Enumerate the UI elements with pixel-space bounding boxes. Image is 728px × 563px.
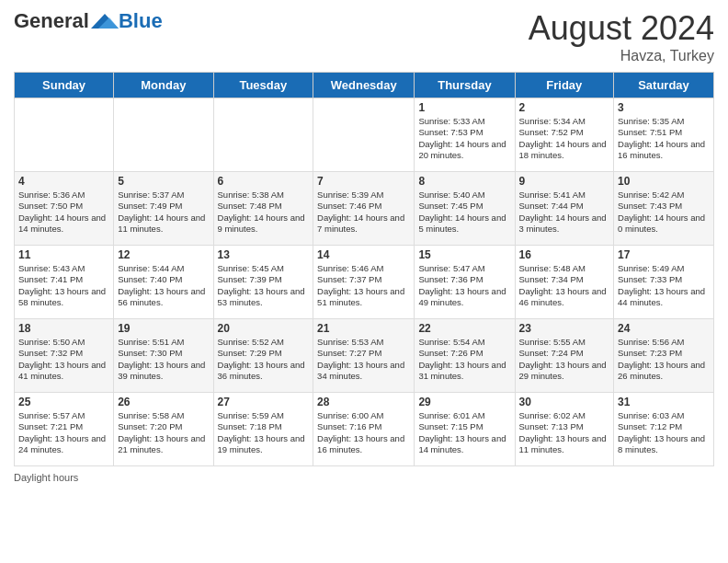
cell-info-line: Daylight: 13 hours and 46 minutes. <box>519 286 610 309</box>
day-number: 27 <box>218 396 310 408</box>
calendar-week-row: 1Sunrise: 5:33 AMSunset: 7:53 PMDaylight… <box>15 98 714 172</box>
day-number: 29 <box>418 396 510 408</box>
cell-info-line: Daylight: 13 hours and 41 minutes. <box>18 360 109 383</box>
cell-info-line: Sunset: 7:48 PM <box>218 201 310 212</box>
calendar-cell: 11Sunrise: 5:43 AMSunset: 7:41 PMDayligh… <box>15 246 114 319</box>
cell-info-line: Sunrise: 5:59 AM <box>218 410 310 421</box>
cell-info-line: Daylight: 13 hours and 14 minutes. <box>418 433 510 456</box>
cell-info-line: Sunset: 7:23 PM <box>618 348 710 359</box>
day-number: 6 <box>218 175 310 188</box>
day-number: 18 <box>18 322 109 335</box>
day-number: 2 <box>519 101 610 114</box>
cell-info-line: Sunrise: 5:45 AM <box>218 263 310 274</box>
cell-info-line: Daylight: 13 hours and 44 minutes. <box>618 286 710 309</box>
calendar-week-row: 11Sunrise: 5:43 AMSunset: 7:41 PMDayligh… <box>15 246 714 319</box>
logo-general-text: General <box>14 9 89 33</box>
cell-info-line: Daylight: 13 hours and 56 minutes. <box>118 286 209 309</box>
cell-info-line: Daylight: 13 hours and 34 minutes. <box>317 360 410 383</box>
cell-info-line: Daylight: 14 hours and 5 minutes. <box>418 213 510 236</box>
day-number: 19 <box>118 322 209 335</box>
cell-info-line: Sunset: 7:18 PM <box>218 421 310 432</box>
day-number: 8 <box>418 175 510 188</box>
day-number: 3 <box>618 101 710 114</box>
col-monday: Monday <box>114 73 213 98</box>
cell-info-line: Sunset: 7:30 PM <box>118 348 209 359</box>
cell-info-line: Sunrise: 5:38 AM <box>218 190 310 201</box>
col-tuesday: Tuesday <box>213 73 313 98</box>
cell-info-line: Sunrise: 5:47 AM <box>418 263 510 274</box>
cell-info-line: Sunrise: 5:56 AM <box>618 337 710 348</box>
calendar-cell <box>313 98 415 172</box>
day-number: 14 <box>317 248 410 261</box>
cell-info-line: Daylight: 13 hours and 58 minutes. <box>18 286 109 309</box>
cell-info-line: Sunset: 7:37 PM <box>317 274 410 285</box>
cell-info-line: Sunrise: 5:43 AM <box>18 263 109 274</box>
calendar-cell: 24Sunrise: 5:56 AMSunset: 7:23 PMDayligh… <box>614 319 714 393</box>
cell-info-line: Sunset: 7:43 PM <box>618 201 710 212</box>
cell-info-line: Daylight: 13 hours and 51 minutes. <box>317 286 410 309</box>
cell-info-line: Daylight: 13 hours and 36 minutes. <box>218 360 310 383</box>
col-thursday: Thursday <box>415 73 515 98</box>
calendar-week-row: 4Sunrise: 5:36 AMSunset: 7:50 PMDaylight… <box>15 172 714 246</box>
calendar-week-row: 25Sunrise: 5:57 AMSunset: 7:21 PMDayligh… <box>15 393 714 466</box>
cell-info-line: Sunset: 7:44 PM <box>519 201 610 212</box>
cell-info-line: Sunrise: 5:44 AM <box>118 263 209 274</box>
calendar-cell: 28Sunrise: 6:00 AMSunset: 7:16 PMDayligh… <box>313 393 415 466</box>
calendar-cell: 19Sunrise: 5:51 AMSunset: 7:30 PMDayligh… <box>114 319 213 393</box>
cell-info-line: Sunrise: 6:00 AM <box>317 410 410 421</box>
cell-info-line: Sunset: 7:51 PM <box>618 127 710 138</box>
col-sunday: Sunday <box>15 73 114 98</box>
cell-info-line: Sunset: 7:33 PM <box>618 274 710 285</box>
cell-info-line: Sunset: 7:24 PM <box>519 348 610 359</box>
cell-info-line: Daylight: 13 hours and 21 minutes. <box>118 433 209 456</box>
calendar-cell: 10Sunrise: 5:42 AMSunset: 7:43 PMDayligh… <box>614 172 714 246</box>
day-number: 10 <box>618 175 710 188</box>
calendar-cell: 30Sunrise: 6:02 AMSunset: 7:13 PMDayligh… <box>515 393 614 466</box>
cell-info-line: Sunrise: 5:46 AM <box>317 263 410 274</box>
day-number: 7 <box>317 175 410 188</box>
cell-info-line: Sunrise: 5:50 AM <box>18 337 109 348</box>
cell-info-line: Sunset: 7:15 PM <box>418 421 510 432</box>
day-number: 26 <box>118 396 209 408</box>
calendar-cell: 26Sunrise: 5:58 AMSunset: 7:20 PMDayligh… <box>114 393 213 466</box>
cell-info-line: Sunset: 7:39 PM <box>218 274 310 285</box>
cell-info-line: Sunrise: 5:37 AM <box>118 190 209 201</box>
cell-info-line: Sunset: 7:27 PM <box>317 348 410 359</box>
day-number: 21 <box>317 322 410 335</box>
cell-info-line: Daylight: 13 hours and 39 minutes. <box>118 360 209 383</box>
cell-info-line: Daylight: 13 hours and 16 minutes. <box>317 433 410 456</box>
day-number: 22 <box>418 322 510 335</box>
cell-info-line: Daylight: 14 hours and 16 minutes. <box>618 139 710 162</box>
cell-info-line: Sunset: 7:40 PM <box>118 274 209 285</box>
calendar-cell: 21Sunrise: 5:53 AMSunset: 7:27 PMDayligh… <box>313 319 415 393</box>
cell-info-line: Daylight: 14 hours and 3 minutes. <box>519 213 610 236</box>
cell-info-line: Sunset: 7:46 PM <box>317 201 410 212</box>
header: General Blue August 2024 Havza, Turkey <box>14 9 714 64</box>
cell-info-line: Sunset: 7:13 PM <box>519 421 610 432</box>
cell-info-line: Sunrise: 5:53 AM <box>317 337 410 348</box>
calendar-cell: 2Sunrise: 5:34 AMSunset: 7:52 PMDaylight… <box>515 98 614 172</box>
day-number: 16 <box>519 248 610 261</box>
cell-info-line: Sunset: 7:16 PM <box>317 421 410 432</box>
cell-info-line: Sunrise: 5:55 AM <box>519 337 610 348</box>
calendar-week-row: 18Sunrise: 5:50 AMSunset: 7:32 PMDayligh… <box>15 319 714 393</box>
logo-blue-text: Blue <box>119 9 163 32</box>
cell-info-line: Sunset: 7:34 PM <box>519 274 610 285</box>
col-wednesday: Wednesday <box>313 73 415 98</box>
cell-info-line: Sunrise: 5:40 AM <box>418 190 510 201</box>
day-number: 13 <box>218 248 310 261</box>
day-number: 15 <box>418 248 510 261</box>
cell-info-line: Daylight: 14 hours and 11 minutes. <box>118 213 209 236</box>
daylight-hours-label: Daylight hours <box>14 472 78 483</box>
cell-info-line: Sunset: 7:52 PM <box>519 127 610 138</box>
day-number: 25 <box>18 396 109 408</box>
cell-info-line: Sunrise: 5:49 AM <box>618 263 710 274</box>
cell-info-line: Daylight: 14 hours and 18 minutes. <box>519 139 610 162</box>
calendar-cell: 31Sunrise: 6:03 AMSunset: 7:12 PMDayligh… <box>614 393 714 466</box>
logo-icon <box>91 10 119 32</box>
logo: General Blue <box>14 9 163 33</box>
calendar-cell: 8Sunrise: 5:40 AMSunset: 7:45 PMDaylight… <box>415 172 515 246</box>
day-number: 24 <box>618 322 710 335</box>
calendar-cell <box>114 98 213 172</box>
title-block: August 2024 Havza, Turkey <box>529 9 714 64</box>
